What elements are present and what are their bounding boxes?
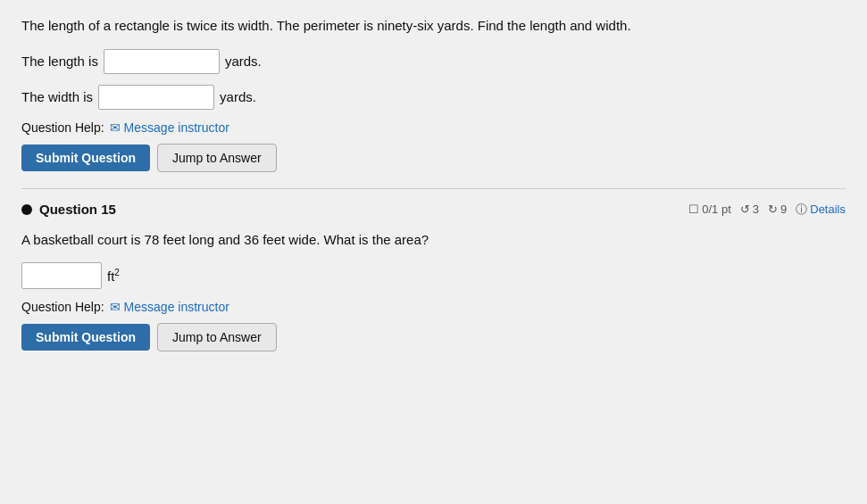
q15-info-icon: ⓘ <box>796 202 807 218</box>
q14-button-row: Submit Question Jump to Answer <box>21 144 846 172</box>
q15-attempts-icon: ↻ <box>768 202 778 216</box>
question-14-block: The length of a rectangle is twice its w… <box>21 16 846 172</box>
q15-score-label: 0/1 pt <box>702 202 731 216</box>
q15-header: Question 15 ☐ 0/1 pt ↺ 3 ↻ 9 ⓘ Details <box>21 202 846 218</box>
q15-mail-icon: ✉ <box>110 300 121 314</box>
q15-unit-label: ft2 <box>107 268 120 284</box>
page-wrapper: The length of a rectangle is twice its w… <box>0 0 867 504</box>
q15-attempts-item: ↻ 9 <box>768 202 787 216</box>
q15-number-label: Question 15 <box>39 202 116 217</box>
q15-details-link[interactable]: Details <box>810 202 846 216</box>
q14-message-instructor-link[interactable]: ✉ Message instructor <box>110 120 229 135</box>
q15-submit-button[interactable]: Submit Question <box>21 324 150 351</box>
q14-mail-icon: ✉ <box>110 120 121 135</box>
q15-question-text: A basketball court is 78 feet long and 3… <box>21 230 846 251</box>
q14-message-instructor-label: Message instructor <box>124 120 229 135</box>
q14-length-unit: yards. <box>225 54 262 69</box>
q15-title: Question 15 <box>21 202 116 217</box>
q14-submit-button[interactable]: Submit Question <box>21 145 150 171</box>
q14-width-input[interactable] <box>98 85 214 110</box>
q15-details-item: ⓘ Details <box>796 202 846 218</box>
q15-answer-row: ft2 <box>21 262 846 289</box>
q14-question-text: The length of a rectangle is twice its w… <box>21 16 846 37</box>
q14-length-label: The length is <box>21 54 98 69</box>
q15-button-row: Submit Question Jump to Answer <box>21 323 846 351</box>
q15-help-row: Question Help: ✉ Message instructor <box>21 300 846 314</box>
q14-width-row: The width is yards. <box>21 85 846 110</box>
q14-width-unit: yards. <box>220 89 256 104</box>
q15-meta: ☐ 0/1 pt ↺ 3 ↻ 9 ⓘ Details <box>688 202 846 218</box>
q15-score-icon: ☐ <box>688 202 699 216</box>
q15-retries-label: 3 <box>753 202 759 216</box>
q15-message-instructor-link[interactable]: ✉ Message instructor <box>110 300 229 314</box>
question-15-block: Question 15 ☐ 0/1 pt ↺ 3 ↻ 9 ⓘ Details <box>21 202 846 352</box>
q15-retry-icon: ↺ <box>740 202 750 216</box>
q15-retries-item: ↺ 3 <box>740 202 759 216</box>
section-divider <box>21 188 846 189</box>
q15-answer-input[interactable] <box>21 262 102 289</box>
q14-jump-button[interactable]: Jump to Answer <box>157 144 277 172</box>
q14-help-row: Question Help: ✉ Message instructor <box>21 120 846 135</box>
q15-jump-button[interactable]: Jump to Answer <box>157 323 277 351</box>
q14-length-row: The length is yards. <box>21 49 846 74</box>
q15-message-instructor-label: Message instructor <box>124 300 229 314</box>
q15-help-label: Question Help: <box>21 300 104 314</box>
q15-score-item: ☐ 0/1 pt <box>688 202 731 216</box>
q14-length-input[interactable] <box>104 49 220 74</box>
q15-bullet-icon <box>21 204 32 215</box>
q14-help-label: Question Help: <box>21 120 104 135</box>
q14-width-label: The width is <box>21 89 93 104</box>
q15-attempts-label: 9 <box>780 202 787 216</box>
